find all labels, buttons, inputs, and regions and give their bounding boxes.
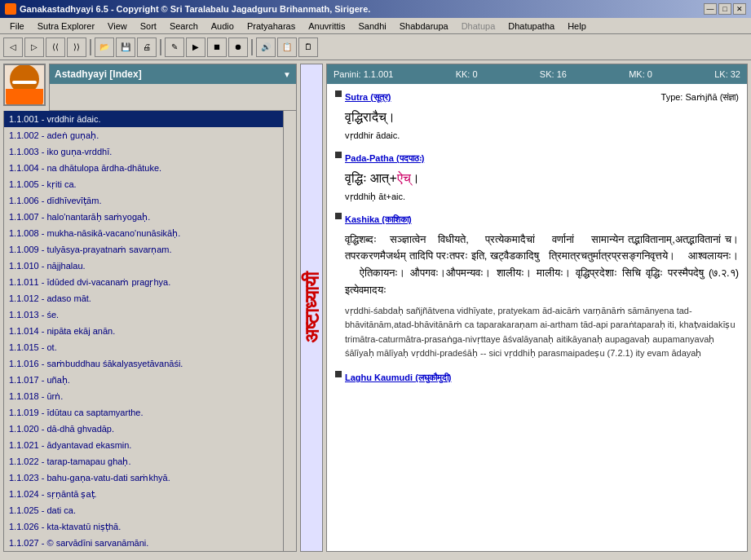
sutra-devanagari: वृद्धिरादैच्। (345, 108, 739, 127)
list-item[interactable]: 1.1.018 - ūrṅ. (4, 388, 283, 404)
toolbar-save[interactable]: 💾 (116, 37, 135, 57)
toolbar-play[interactable]: ▶ (186, 37, 205, 57)
list-item[interactable]: 1.1.004 - na dhātulopa ārdha-dhātuke. (4, 160, 283, 176)
list-item[interactable]: 1.1.019 - īdūtau ca saptamyarthe. (4, 404, 283, 421)
sutra-section: Sutra (सूत्र) Type: Saṁjñā (संज्ञा) वृद्… (335, 90, 739, 145)
laghu-kaumudi-section: Laghu Kaumudi (लघुकौमुदी) (335, 371, 739, 385)
menu-search[interactable]: Search (163, 20, 205, 33)
maximize-button[interactable]: □ (718, 3, 731, 15)
toolbar-record[interactable]: ⏺ (228, 37, 248, 57)
kk-count: KK: 0 (456, 69, 478, 79)
toolbar-audio[interactable]: 🔊 (256, 37, 276, 57)
left-scrollbar[interactable] (283, 111, 296, 551)
menu-sort[interactable]: Sort (134, 20, 163, 33)
toolbar-notes[interactable]: 📋 (277, 37, 297, 57)
toolbar-add[interactable]: ✎ (165, 37, 184, 57)
list-item[interactable]: 1.1.011 - īdūded dvi-vacanaṁ pragṛhya. (4, 274, 283, 290)
kashika-label[interactable]: Kashika (काशिका) (345, 214, 412, 224)
sutra-list[interactable]: 1.1.001 - vrddhir ādaic.1.1.002 - adeṅ g… (4, 111, 283, 551)
toolbar-last[interactable]: ⟩⟩ (67, 37, 86, 57)
panini-ref: Panini: 1.1.001 (334, 69, 393, 79)
menu-anuvrittis[interactable]: Anuvrittis (302, 20, 351, 33)
list-item[interactable]: 1.1.008 - mukha-nāsikā-vacano'nunāsikāḥ. (4, 225, 283, 241)
left-panel-header: Astadhyayi [Index] ▼ (50, 64, 296, 84)
lk-count: LK: 32 (714, 69, 740, 79)
menu-shabdarupa[interactable]: Shabdarupa (393, 20, 455, 33)
avatar (3, 64, 46, 106)
list-item[interactable]: 1.1.015 - ot. (4, 339, 283, 355)
kashika-section: Kashika (काशिका) वृद्धिशब्दः सञ्ज्ञात्वे… (335, 213, 739, 364)
menu-sutra-explorer[interactable]: Sutra Explorer (31, 20, 101, 33)
list-item[interactable]: 1.1.001 - vrddhir ādaic. (4, 111, 283, 127)
list-item[interactable]: 1.1.024 - sṛṇāntā ṣaṭ. (4, 486, 283, 502)
toolbar-print[interactable]: 🖨 (137, 37, 157, 57)
menu-sandhi[interactable]: Sandhi (351, 20, 392, 33)
pada-patha-label[interactable]: Pada-Patha (पदपाठः) (345, 153, 424, 163)
list-item[interactable]: 1.1.005 - kṛiti ca. (4, 176, 283, 192)
list-item[interactable]: 1.1.014 - nipāta ekāj anān. (4, 323, 283, 339)
kashika-roman: vṛddhi-śabdaḥ sañjñātvena vidhīyate, pra… (345, 304, 739, 361)
separator-2 (160, 39, 161, 55)
menu-pratyaharas[interactable]: Pratyaharas (241, 20, 302, 33)
app-icon (5, 3, 16, 15)
toolbar-open[interactable]: 📂 (95, 37, 114, 57)
menu-audio[interactable]: Audio (205, 20, 241, 33)
list-item[interactable]: 1.1.016 - saṁbuddhau śākalyasyetāvanāśi. (4, 355, 283, 372)
minimize-button[interactable]: — (704, 3, 717, 15)
laghu-bullet (335, 371, 342, 377)
pada-patha-section: Pada-Patha (पदपाठः) वृद्धिः आत्+ऐच्। vṛd… (335, 152, 739, 206)
right-panel: Panini: 1.1.001 KK: 0 SK: 16 MK: 0 LK: 3… (326, 64, 748, 552)
title-bar-left: Ganakastadhyayi 6.5 - Copyright © Sri Ta… (5, 3, 370, 15)
kashika-devanagari: वृद्धिशब्दः सञ्ज्ञात्वेन विधीयते, प्रत्य… (345, 231, 739, 299)
list-item[interactable]: 1.1.026 - kta-ktavatū niṣṭhā. (4, 518, 283, 535)
list-item[interactable]: 1.1.013 - śe. (4, 306, 283, 323)
dropdown-arrow-icon[interactable]: ▼ (283, 70, 291, 79)
menu-help[interactable]: Help (561, 20, 593, 33)
list-item[interactable]: 1.1.023 - bahu-gaṇa-vatu-dati saṁkhyā. (4, 470, 283, 486)
list-item[interactable]: 1.1.012 - adaso māt. (4, 290, 283, 306)
right-panel-header: Panini: 1.1.001 KK: 0 SK: 16 MK: 0 LK: 3… (327, 64, 747, 84)
toolbar-extra[interactable]: 🗒 (298, 37, 318, 57)
list-item[interactable]: 1.1.010 - nājjhalau. (4, 258, 283, 274)
close-button[interactable]: ✕ (733, 3, 746, 15)
toolbar-back[interactable]: ◁ (3, 37, 23, 57)
menu-file[interactable]: File (3, 20, 31, 33)
separator-3 (251, 39, 253, 55)
menu-bar: File Sutra Explorer View Sort Search Aud… (0, 18, 751, 34)
side-vertical-label[interactable]: अष्टाध्यायी (300, 64, 323, 552)
list-item[interactable]: 1.1.022 - tarap-tamapau ghaḥ. (4, 453, 283, 470)
menu-view[interactable]: View (101, 20, 134, 33)
menu-dhatupa[interactable]: Dhatupa (455, 20, 502, 33)
list-item[interactable]: 1.1.027 - © sarvādīni sarvanāmāni. (4, 535, 283, 551)
sutra-roman: vṛddhir ādaic. (345, 129, 739, 143)
toolbar-stop[interactable]: ⏹ (207, 37, 227, 57)
list-item[interactable]: 1.1.006 - dīdhīvevīṭām. (4, 192, 283, 209)
right-panel-content: Sutra (सूत्र) Type: Saṁjñā (संज्ञा) वृद्… (327, 84, 747, 551)
sutra-label[interactable]: Sutra (सूत्र) (345, 90, 391, 104)
pada-roman: vṛddhiḥ āt+aic. (345, 190, 739, 204)
list-item[interactable]: 1.1.003 - iko guṇa-vrddhī. (4, 143, 283, 160)
window-title: Ganakastadhyayi 6.5 - Copyright © Sri Ta… (20, 4, 370, 14)
list-item[interactable]: 1.1.025 - dati ca. (4, 502, 283, 518)
list-item[interactable]: 1.1.007 - halo'nantarāḥ saṁyogaḥ. (4, 209, 283, 225)
menu-dhatupatha[interactable]: Dhatupatha (501, 20, 561, 33)
list-item[interactable]: 1.1.017 - uñaḥ. (4, 372, 283, 388)
kashika-bullet (335, 213, 342, 219)
pada-bullet (335, 152, 342, 158)
sk-count: SK: 16 (540, 69, 567, 79)
list-item[interactable]: 1.1.009 - tulyāsya-prayatnaṁ savarṇam. (4, 241, 283, 258)
separator-1 (90, 39, 91, 55)
list-item[interactable]: 1.1.021 - ādyantavad ekasmin. (4, 437, 283, 453)
left-top-area: Astadhyayi [Index] ▼ (3, 64, 297, 111)
main-content: Astadhyayi [Index] ▼ 1.1.001 - vrddhir ā… (0, 60, 751, 555)
list-item[interactable]: 1.1.020 - dā-dhā ghvadāp. (4, 421, 283, 437)
toolbar-forward[interactable]: ▷ (24, 37, 44, 57)
pada-devanagari: वृद्धिः आत्+ऐच्। (345, 169, 739, 188)
title-bar: Ganakastadhyayi 6.5 - Copyright © Sri Ta… (0, 0, 751, 18)
list-item[interactable]: 1.1.002 - adeṅ guṇaḥ. (4, 127, 283, 143)
toolbar-first[interactable]: ⟨⟨ (46, 37, 65, 57)
toolbar: ◁ ▷ ⟨⟨ ⟩⟩ 📂 💾 🖨 ✎ ▶ ⏹ ⏺ 🔊 📋 🗒 (0, 34, 751, 60)
laghu-kaumudi-label[interactable]: Laghu Kaumudi (लघुकौमुदी) (345, 373, 452, 382)
dropdown-label: Astadhyayi [Index] (55, 68, 142, 80)
window-controls[interactable]: — □ ✕ (704, 3, 746, 15)
